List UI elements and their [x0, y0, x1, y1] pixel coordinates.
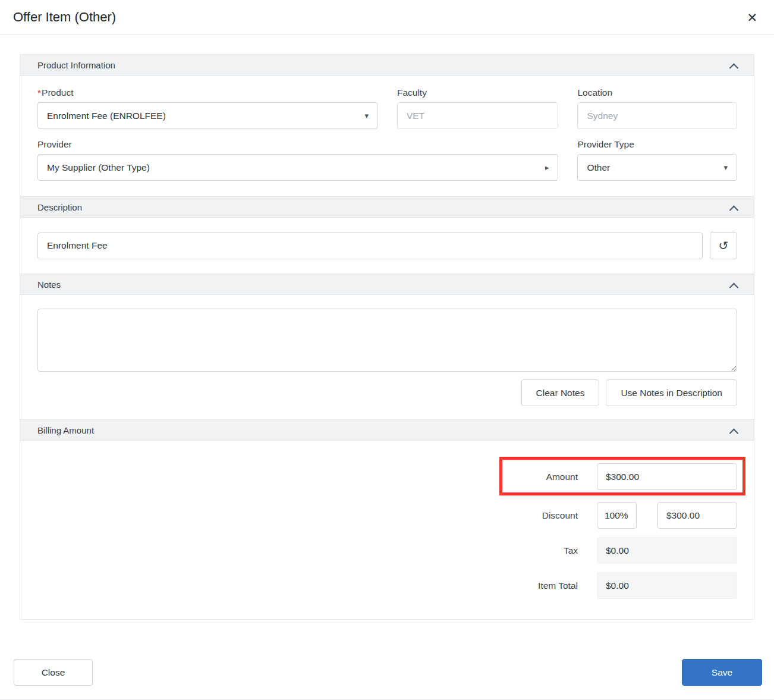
chevron-down-icon: ▾ [723, 163, 728, 172]
field-faculty: Faculty VET [397, 87, 559, 129]
faculty-field: VET [397, 102, 559, 129]
description-body: ↺ [20, 218, 754, 274]
use-notes-in-description-button[interactable]: Use Notes in Description [606, 379, 737, 406]
section-header-product-information[interactable]: Product Information [20, 55, 754, 76]
description-input[interactable] [37, 233, 703, 259]
tax-value: $0.00 [597, 537, 737, 564]
location-field: Sydney [577, 102, 737, 129]
product-information-body: *Product Enrolment Fee (ENROLFEE) ▾ Facu… [20, 76, 754, 196]
billing-row-item-total: Item Total $0.00 [37, 572, 737, 599]
clear-notes-button[interactable]: Clear Notes [521, 379, 600, 406]
faculty-label: Faculty [397, 87, 559, 98]
billing-row-tax: Tax $0.00 [37, 537, 737, 564]
amount-input[interactable] [597, 463, 737, 490]
required-asterisk: * [37, 87, 41, 98]
modal-header: Offer Item (Other) ✕ [0, 0, 774, 35]
product-select[interactable]: Enrolment Fee (ENROLFEE) ▾ [37, 102, 378, 129]
chevron-right-icon: ▸ [545, 163, 549, 172]
chevron-up-icon[interactable] [729, 428, 739, 438]
amount-label: Amount [511, 472, 578, 482]
restore-icon: ↺ [719, 238, 729, 253]
chevron-up-icon[interactable] [729, 205, 739, 215]
provider-type-value: Other [587, 162, 610, 173]
save-button[interactable]: Save [682, 659, 762, 686]
section-header-description[interactable]: Description [20, 196, 754, 218]
page-title: Offer Item (Other) [13, 10, 116, 25]
section-header-billing-amount[interactable]: Billing Amount [20, 419, 754, 441]
provider-type-label: Provider Type [577, 139, 737, 150]
close-button[interactable]: Close [14, 659, 93, 686]
item-total-value: $0.00 [597, 572, 737, 599]
item-total-label: Item Total [511, 580, 578, 591]
discount-percent-input[interactable] [597, 502, 637, 529]
section-title: Notes [37, 280, 61, 290]
field-product: *Product Enrolment Fee (ENROLFEE) ▾ [37, 87, 378, 129]
provider-type-select[interactable]: Other ▾ [577, 154, 737, 181]
product-select-value: Enrolment Fee (ENROLFEE) [47, 111, 166, 121]
section-notes: Notes Clear Notes Use Notes in Descripti… [20, 274, 754, 419]
field-location: Location Sydney [577, 87, 737, 129]
provider-value: My Supplier (Other Type) [47, 162, 150, 173]
field-provider: Provider My Supplier (Other Type) ▸ [37, 139, 558, 181]
notes-body: Clear Notes Use Notes in Description [20, 295, 754, 419]
section-description: Description ↺ [20, 196, 754, 274]
section-title: Product Information [37, 60, 115, 70]
tax-label: Tax [511, 545, 578, 556]
notes-buttons: Clear Notes Use Notes in Description [37, 379, 737, 406]
billing-row-discount: Discount [37, 502, 737, 529]
discount-amount-input[interactable] [657, 502, 737, 529]
close-icon[interactable]: ✕ [743, 9, 761, 26]
provider-lookup-field[interactable]: My Supplier (Other Type) ▸ [37, 154, 558, 181]
chevron-up-icon[interactable] [729, 282, 739, 292]
offer-item-panel: Product Information *Product Enrolment F… [20, 54, 754, 620]
section-header-notes[interactable]: Notes [20, 274, 754, 295]
section-title: Billing Amount [37, 425, 94, 435]
location-label: Location [577, 87, 737, 98]
location-value: Sydney [587, 111, 618, 121]
notes-textarea[interactable] [37, 309, 737, 372]
chevron-down-icon: ▾ [364, 111, 369, 120]
billing-body: Amount Discount Tax [20, 441, 754, 619]
product-label: *Product [37, 87, 378, 98]
section-billing-amount: Billing Amount Amount Discount [20, 419, 754, 619]
faculty-value: VET [407, 111, 424, 121]
section-title: Description [37, 202, 82, 212]
chevron-up-icon[interactable] [729, 64, 739, 73]
modal-footer: Close Save [0, 659, 774, 686]
field-provider-type: Provider Type Other ▾ [577, 139, 737, 181]
restore-description-button[interactable]: ↺ [710, 232, 737, 259]
billing-row-amount: Amount [37, 463, 737, 494]
section-product-information: Product Information *Product Enrolment F… [20, 55, 754, 196]
provider-label: Provider [37, 139, 558, 150]
discount-label: Discount [511, 510, 578, 521]
